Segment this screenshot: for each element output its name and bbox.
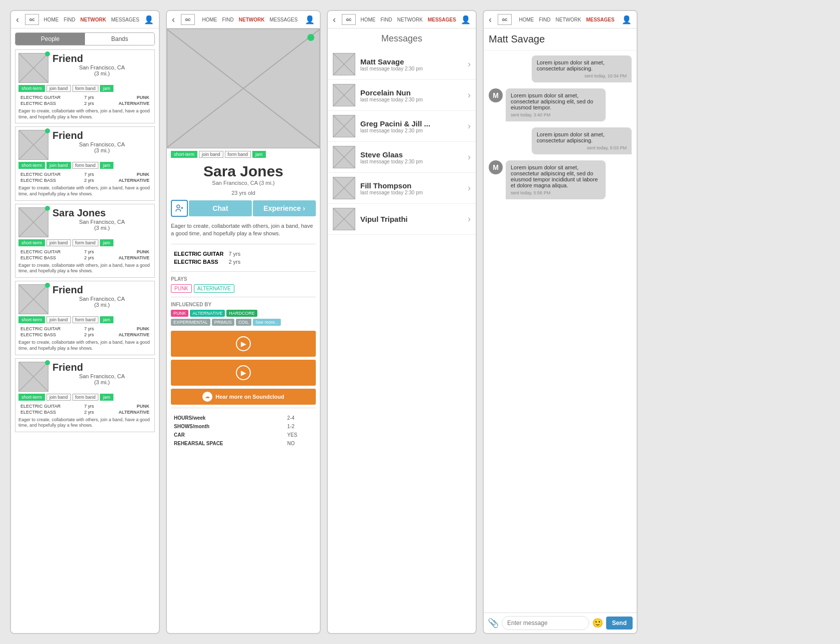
divider-1 [171, 244, 316, 244]
nav-messages-3[interactable]: MESSAGES [428, 17, 456, 22]
nav-home-2[interactable]: HOME [202, 17, 217, 22]
chevron-icon-4: › [468, 183, 471, 193]
message-item-5[interactable]: Vipul Tripathi › [328, 204, 476, 235]
nav-messages-1[interactable]: MESSAGES [111, 17, 139, 22]
chevron-icon-3: › [468, 152, 471, 162]
logo-2: GC [181, 14, 195, 25]
soundcloud-button[interactable]: ☁ Hear more on Soundcloud [171, 389, 316, 405]
back-button-2[interactable]: ‹ [172, 14, 175, 25]
chat-bubble-1: Lorem ipsum dolor sit amet, consectetur … [506, 88, 606, 121]
tab-bands[interactable]: Bands [85, 33, 154, 45]
nav-network-2[interactable]: NETWORK [239, 17, 265, 22]
tag-row-sara: short-term join band form band jam [18, 239, 151, 246]
nav-user-icon-2[interactable]: 👤 [305, 15, 315, 24]
person-distance-sara: (3 mi.) [52, 225, 151, 231]
nav-find-2[interactable]: FIND [222, 17, 233, 22]
back-button-4[interactable]: ‹ [489, 14, 492, 25]
bio-1: Eager to create, collabortate with other… [18, 185, 151, 197]
nav-messages-4[interactable]: MESSAGES [586, 17, 615, 22]
nav-network-3[interactable]: NETWORK [397, 17, 423, 22]
nav-bar-1: ‹ GC HOME FIND NETWORK MESSAGES 👤 [11, 11, 159, 28]
profile-age: 23 yrs old [167, 190, 320, 196]
nav-user-icon-1[interactable]: 👤 [144, 15, 154, 24]
online-indicator-0 [45, 51, 50, 56]
logo-4: GC [498, 14, 512, 25]
message-preview-2: last message today 2:30 pm [360, 128, 463, 133]
attach-icon[interactable]: 📎 [488, 618, 499, 629]
tag-jam-1: jam [100, 162, 113, 169]
car-label: CAR [172, 431, 284, 439]
chat-button[interactable]: Chat [189, 200, 252, 216]
person-name-0: Friend [52, 53, 151, 64]
person-card-3[interactable]: Friend San Francisco, CA (3 mi.) short-t… [15, 281, 155, 355]
hours-week-value: 2-4 [285, 414, 315, 422]
person-info-sara: Sara Jones San Francisco, CA (3 mi.) [52, 207, 151, 237]
tag-jam-3: jam [100, 316, 113, 323]
message-input[interactable] [502, 616, 589, 630]
hours-week-label: HOURS/week [172, 414, 284, 422]
emoji-icon[interactable]: 🙂 [592, 618, 603, 629]
nav-home-4[interactable]: HOME [519, 17, 534, 22]
music-player-1[interactable]: ▶ [171, 331, 316, 357]
nav-messages-2[interactable]: MESSAGES [269, 17, 297, 22]
chat-time-3: sent today, 5:56 PM [511, 190, 601, 195]
message-item-4[interactable]: Fill Thompson last message today 2:30 pm… [328, 173, 476, 204]
bio-0: Eager to create, collabortate with other… [18, 108, 151, 120]
chat-text-3: Lorem ipsum dolor sit amet, consectetur … [511, 164, 598, 188]
nav-home-1[interactable]: HOME [43, 17, 58, 22]
influenced-label: INFLUENCED BY [167, 300, 320, 309]
message-item-2[interactable]: Greg Pacini & Jill ... last message toda… [328, 111, 476, 142]
message-info-2: Greg Pacini & Jill ... last message toda… [360, 119, 463, 133]
message-item-1[interactable]: Porcelain Nun last message today 2:30 pm… [328, 80, 476, 111]
nav-user-icon-3[interactable]: 👤 [461, 15, 471, 24]
rehearsal-value: NO [285, 440, 315, 447]
plays-alternative: ALTERNATIVE [194, 284, 234, 293]
add-friend-button[interactable] [171, 200, 188, 217]
online-indicator-3 [45, 283, 50, 288]
play-icon-2: ▶ [236, 365, 251, 380]
nav-network-1[interactable]: NETWORK [80, 17, 106, 22]
nav-find-4[interactable]: FIND [539, 17, 550, 22]
back-button-1[interactable]: ‹ [16, 14, 19, 25]
person-card-sara[interactable]: Sara Jones San Francisco, CA (3 mi.) sho… [15, 204, 155, 278]
nav-find-1[interactable]: FIND [63, 17, 75, 22]
nav-network-4[interactable]: NETWORK [556, 17, 581, 22]
bio-3: Eager to create, collabortate with other… [18, 340, 151, 351]
tag-row-1: short-term join band form band jam [18, 162, 151, 169]
send-button[interactable]: Send [606, 617, 633, 630]
person-card-1[interactable]: Friend San Francisco, CA (3 mi.) short-t… [15, 126, 155, 200]
message-name-5: Vipul Tripathi [360, 215, 463, 223]
nav-user-icon-4[interactable]: 👤 [622, 15, 632, 24]
soundcloud-label: Hear more on Soundcloud [215, 394, 284, 400]
logo-3: GC [342, 14, 356, 25]
divider-3 [171, 297, 316, 297]
tag-short-term-4: short-term [18, 394, 45, 401]
chat-text-1: Lorem ipsum dolor sit amet, consectetur … [511, 92, 593, 110]
nav-find-3[interactable]: FIND [380, 17, 392, 22]
panel-people-list: ‹ GC HOME FIND NETWORK MESSAGES 👤 People… [10, 10, 160, 634]
music-player-2[interactable]: ▶ [171, 360, 316, 386]
message-name-1: Porcelain Nun [360, 88, 463, 97]
message-avatar-5 [333, 208, 355, 230]
person-info-3: Friend San Francisco, CA (3 mi.) [52, 284, 151, 314]
see-more-button[interactable]: See more... [253, 319, 281, 326]
back-button-3[interactable]: ‹ [333, 14, 336, 25]
panel-profile: ‹ GC HOME FIND NETWORK MESSAGES 👤 short-… [166, 10, 321, 634]
tag-jam-sara: jam [100, 239, 113, 246]
person-thumb-0 [18, 53, 48, 83]
person-thumb-3 [18, 284, 48, 314]
message-item-3[interactable]: Steve Glaas last message today 2:30 pm › [328, 142, 476, 173]
messages-title: Messages [328, 28, 476, 49]
panel-messages: ‹ GC HOME FIND NETWORK MESSAGES 👤 Messag… [327, 10, 477, 634]
message-item-0[interactable]: Matt Savage last message today 2:30 pm › [328, 49, 476, 80]
person-card-0[interactable]: Friend San Francisco, CA (3 mi.) short-t… [15, 49, 155, 123]
tab-people[interactable]: People [15, 33, 85, 45]
chat-time-2: sent today, 5:03 PM [537, 145, 627, 150]
nav-home-3[interactable]: HOME [360, 17, 375, 22]
action-bar: Chat Experience › [171, 200, 316, 217]
tag-jam-4: jam [100, 394, 113, 401]
person-card-4[interactable]: Friend San Francisco, CA (3 mi.) short-t… [15, 358, 155, 432]
nav-links-1: HOME FIND NETWORK MESSAGES [43, 17, 140, 22]
experience-button[interactable]: Experience › [253, 200, 316, 216]
svg-point-18 [177, 205, 180, 208]
